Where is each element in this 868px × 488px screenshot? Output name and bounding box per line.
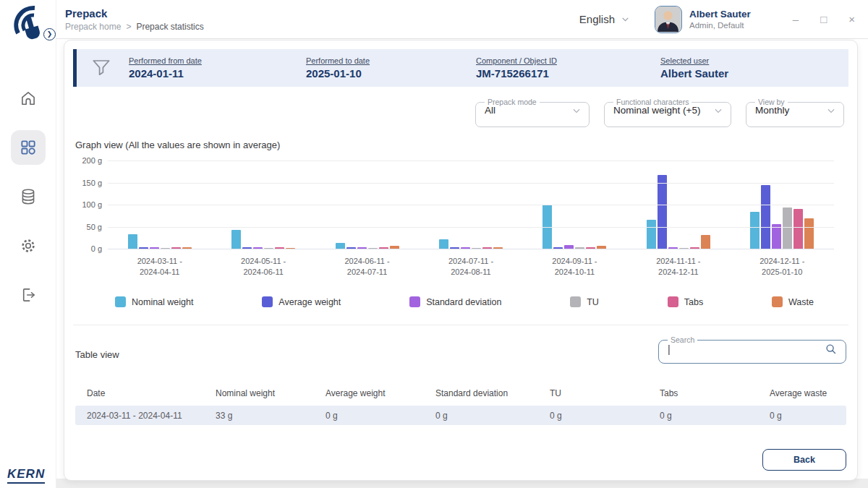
column-header-tu: TU [538, 388, 648, 398]
sidebar-item-database[interactable] [11, 179, 46, 214]
legend-item-waste[interactable]: Waste [772, 296, 814, 307]
prepack-mode-select[interactable]: Prepack mode All [475, 98, 590, 127]
functional-characters-control[interactable]: Nominal weight (+5) [613, 105, 723, 116]
table-row[interactable]: 2024-03-11 - 2024-04-1133 g0 g0 g0 g0 g0… [75, 406, 846, 425]
breadcrumb-separator: > [126, 22, 131, 32]
filter-label[interactable]: Component / Object ID [476, 56, 660, 65]
column-header-average-waste: Average waste [758, 388, 846, 398]
table-head-row: Table view Search | [75, 335, 846, 364]
x-tick-label: 2024-07-11 - 2024-08-11 [419, 256, 522, 278]
x-tick-label: 2024-12-11 - 2025-01-10 [731, 256, 834, 278]
y-tick-label: 150 g [82, 179, 102, 187]
view-by-select[interactable]: View by Monthly [746, 98, 844, 127]
sidebar-expand-button[interactable]: ❯ [43, 28, 56, 40]
filter-bar: Performed from date 2024-01-11 Performed… [73, 49, 848, 87]
table-cell: 0 g [758, 411, 846, 421]
table-section: Table view Search | DateNominal weightAv… [73, 325, 848, 425]
column-header-tabs: Tabs [648, 388, 758, 398]
y-tick-label: 0 g [91, 244, 102, 253]
prepack-mode-value: All [485, 105, 495, 116]
chart-y-axis: 0 g50 g100 g150 g200 g [75, 160, 108, 249]
sidebar-item-logout[interactable] [11, 278, 46, 312]
maximize-button[interactable]: □ [820, 13, 827, 25]
bar-nominal-weight [750, 212, 760, 249]
filter-funnel-icon [90, 56, 113, 80]
view-by-control[interactable]: Monthly [755, 105, 836, 116]
selects-row: Prepack mode All Functional characters N… [73, 98, 844, 127]
bar-waste [701, 235, 710, 249]
chevron-down-icon [826, 106, 836, 116]
window-controls: – □ × [793, 13, 855, 25]
chart-legend: Nominal weightAverage weightStandard dev… [115, 296, 814, 307]
search-input[interactable]: | [668, 342, 838, 356]
legend-swatch [772, 296, 783, 307]
legend-item-tu[interactable]: TU [570, 296, 599, 307]
sidebar-item-apps[interactable] [11, 130, 46, 165]
search-icon[interactable] [824, 342, 838, 356]
header-right: English Albert Sauter Admin, Default [579, 6, 855, 33]
filter-selected-user: Selected user Albert Sauter [660, 56, 728, 80]
bar-nominal-weight [336, 243, 345, 249]
x-tick-label: 2024-06-11 - 2024-07-11 [315, 256, 419, 278]
table-body: 2024-03-11 - 2024-04-1133 g0 g0 g0 g0 g0… [75, 406, 846, 425]
functional-characters-select[interactable]: Functional characters Nominal weight (+5… [604, 98, 731, 127]
sidebar-item-home[interactable] [11, 81, 46, 116]
bar-nominal-weight [128, 234, 137, 249]
legend-item-average-weight[interactable]: Average weight [262, 296, 341, 307]
filter-component-id: Component / Object ID JM-715266171 [476, 56, 660, 80]
column-header-nominal-weight: Nominal weight [204, 388, 314, 398]
back-button[interactable]: Back [762, 449, 846, 471]
table-cell: 0 g [314, 411, 424, 421]
legend-item-tabs[interactable]: Tabs [668, 296, 703, 307]
breadcrumb-home[interactable]: Prepack home [65, 22, 121, 32]
page-title: Prepack [65, 7, 204, 20]
apps-grid-icon [19, 138, 38, 157]
legend-swatch [570, 296, 581, 307]
chevron-down-icon [713, 106, 723, 116]
x-tick-label: 2024-05-11 - 2024-06-11 [211, 256, 315, 278]
minimize-button[interactable]: – [793, 13, 799, 25]
legend-item-standard-deviation[interactable]: Standard deviation [409, 296, 501, 307]
y-tick-label: 200 g [82, 156, 102, 165]
column-header-date: Date [75, 388, 204, 398]
user-chip[interactable]: Albert Sauter Admin, Default [655, 6, 751, 33]
prepack-mode-control[interactable]: All [485, 105, 582, 116]
legend-label: Tabs [684, 297, 703, 307]
logout-icon [19, 286, 38, 304]
table-cell: 0 g [538, 411, 648, 421]
filter-label[interactable]: Performed from date [129, 56, 306, 65]
filter-label[interactable]: Selected user [660, 56, 728, 65]
table-cell: 33 g [204, 411, 314, 421]
filter-label[interactable]: Performed to date [306, 56, 476, 65]
table-title: Table view [75, 349, 119, 360]
text-caret: | [668, 343, 671, 355]
y-tick-label: 50 g [87, 223, 102, 231]
search-box[interactable]: Search | [658, 335, 846, 364]
app-logo [6, 3, 48, 45]
chevron-down-icon [621, 14, 630, 24]
legend-swatch [115, 296, 126, 307]
sidebar-item-settings[interactable] [11, 228, 46, 263]
avatar [655, 6, 682, 33]
breadcrumb: Prepack home > Prepack statistics [65, 22, 204, 32]
user-role: Admin, Default [689, 21, 751, 30]
x-tick-label: 2024-09-11 - 2024-10-11 [523, 256, 626, 278]
bar-average-weight [658, 175, 667, 249]
filter-performed-from: Performed from date 2024-01-11 [129, 56, 306, 80]
y-tick-label: 100 g [82, 200, 102, 209]
avatar-photo [655, 7, 681, 32]
sidebar-nav [0, 81, 56, 312]
chart-title: Graph view (All the values are shown in … [75, 140, 848, 150]
close-button[interactable]: × [848, 13, 855, 25]
legend-item-nominal-weight[interactable]: Nominal weight [115, 296, 193, 307]
language-dropdown[interactable]: English [579, 13, 630, 25]
chart-plot [108, 160, 834, 249]
chevron-down-icon [571, 106, 582, 116]
kern-brand-logo: KERN [7, 467, 45, 484]
user-text: Albert Sauter Admin, Default [689, 9, 751, 30]
header-titles: Prepack Prepack home > Prepack statistic… [65, 7, 204, 32]
legend-swatch [409, 296, 420, 307]
filter-value: Albert Sauter [660, 67, 728, 80]
filter-accent-bar [73, 49, 77, 87]
app-window: ❯ [0, 0, 868, 488]
